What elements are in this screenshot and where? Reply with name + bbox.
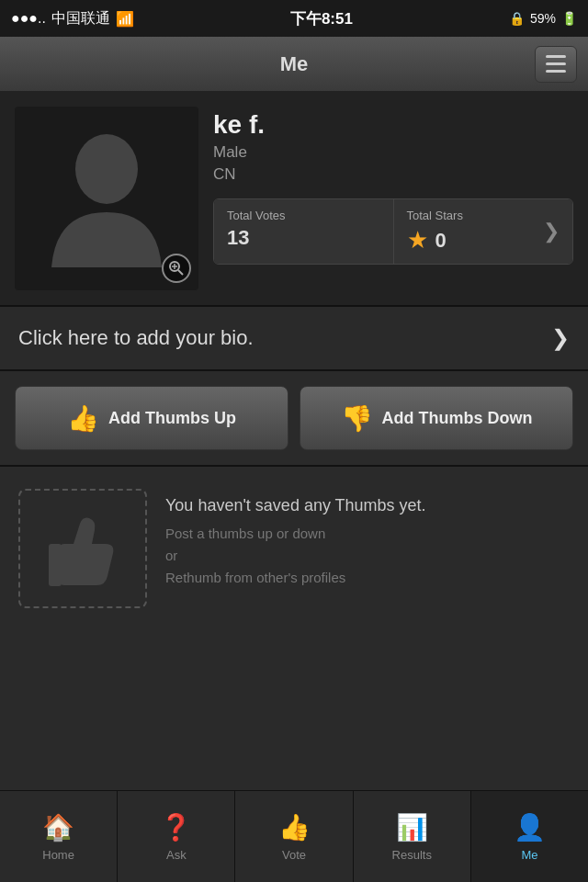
me-icon: 👤 bbox=[514, 812, 546, 842]
stats-container: Total Votes 13 Total Stars ★ 0 ❯ bbox=[213, 198, 573, 265]
tab-results-label: Results bbox=[392, 848, 432, 862]
total-votes-value: 13 bbox=[227, 226, 380, 250]
tab-vote-label: Vote bbox=[282, 848, 306, 862]
avatar-container[interactable] bbox=[15, 107, 198, 290]
status-bar: ●●●.. 中国联通 📶 下午8:51 🔒 59% 🔋 bbox=[0, 0, 588, 37]
thumbs-down-icon: 👎 bbox=[341, 403, 373, 434]
hamburger-icon bbox=[546, 55, 566, 73]
add-thumbs-up-button[interactable]: 👍 Add Thumbs Up bbox=[15, 386, 288, 450]
battery-icon: 🔋 bbox=[561, 11, 577, 26]
bio-section[interactable]: Click here to add your bio. ❯ bbox=[0, 307, 588, 371]
thumbs-up-icon: 👍 bbox=[67, 403, 99, 434]
bio-text: Click here to add your bio. bbox=[18, 326, 542, 350]
tab-results[interactable]: 📊 Results bbox=[354, 791, 471, 882]
avatar bbox=[47, 125, 166, 272]
total-votes-box: Total Votes 13 bbox=[214, 199, 394, 264]
stars-chevron-icon: ❯ bbox=[543, 220, 560, 243]
ask-icon: ❓ bbox=[160, 812, 192, 842]
empty-title: You haven't saved any Thumbs yet. bbox=[165, 496, 426, 515]
empty-thumb-box bbox=[18, 489, 147, 608]
home-icon: 🏠 bbox=[42, 812, 74, 842]
profile-gender: Male bbox=[213, 143, 573, 162]
profile-country: CN bbox=[213, 165, 573, 184]
carrier-name: 中国联通 bbox=[51, 9, 110, 28]
thumbs-section: 👍 Add Thumbs Up 👎 Add Thumbs Down bbox=[0, 371, 588, 467]
tab-ask-label: Ask bbox=[166, 848, 187, 862]
empty-state: You haven't saved any Thumbs yet. Post a… bbox=[0, 467, 588, 630]
total-stars-box[interactable]: Total Stars ★ 0 ❯ bbox=[394, 199, 573, 264]
bio-chevron-icon: ❯ bbox=[551, 325, 570, 351]
vote-icon: 👍 bbox=[278, 812, 311, 842]
tab-me-label: Me bbox=[521, 848, 537, 862]
tab-ask[interactable]: ❓ Ask bbox=[118, 791, 235, 882]
total-stars-inner: Total Stars ★ 0 bbox=[407, 209, 463, 254]
svg-line-2 bbox=[178, 270, 183, 275]
status-left: ●●●.. 中国联通 📶 bbox=[11, 9, 134, 28]
battery-percent: 59% bbox=[530, 11, 556, 26]
empty-line1: Post a thumbs up or down bbox=[165, 526, 325, 541]
profile-info: ke f. Male CN Total Votes 13 Total Stars… bbox=[213, 107, 573, 290]
total-stars-value: 0 bbox=[435, 229, 447, 253]
signal-strength: ●●●.. bbox=[11, 10, 46, 27]
tab-home[interactable]: 🏠 Home bbox=[0, 791, 118, 882]
results-icon: 📊 bbox=[396, 812, 428, 842]
empty-text: You haven't saved any Thumbs yet. Post a… bbox=[165, 489, 426, 589]
add-thumbs-up-label: Add Thumbs Up bbox=[108, 409, 236, 428]
star-icon: ★ bbox=[407, 226, 428, 254]
status-right: 🔒 59% 🔋 bbox=[509, 11, 577, 26]
tab-home-label: Home bbox=[42, 848, 74, 862]
menu-button[interactable] bbox=[535, 46, 577, 83]
empty-thumb-icon bbox=[41, 507, 124, 590]
wifi-icon: 📶 bbox=[116, 10, 134, 28]
tab-bar: 🏠 Home ❓ Ask 👍 Vote 📊 Results 👤 Me bbox=[0, 790, 588, 882]
avatar-silhouette bbox=[47, 125, 166, 272]
empty-line3: Rethumb from other's profiles bbox=[165, 570, 345, 585]
profile-name: ke f. bbox=[213, 110, 573, 140]
status-time: 下午8:51 bbox=[290, 8, 353, 29]
svg-point-0 bbox=[75, 134, 138, 204]
zoom-icon[interactable] bbox=[162, 254, 191, 283]
total-stars-label: Total Stars bbox=[407, 209, 463, 222]
page-title: Me bbox=[280, 52, 309, 76]
add-thumbs-down-button[interactable]: 👎 Add Thumbs Down bbox=[300, 386, 573, 450]
svg-rect-5 bbox=[49, 544, 62, 586]
tab-vote[interactable]: 👍 Vote bbox=[235, 791, 353, 882]
tab-me[interactable]: 👤 Me bbox=[471, 791, 588, 882]
add-thumbs-down-label: Add Thumbs Down bbox=[382, 409, 533, 428]
lock-icon: 🔒 bbox=[509, 11, 525, 26]
total-stars-row: ★ 0 bbox=[407, 226, 463, 254]
header: Me bbox=[0, 37, 588, 92]
total-votes-label: Total Votes bbox=[227, 209, 380, 222]
empty-line2: or bbox=[165, 548, 177, 563]
empty-subtitle: Post a thumbs up or down or Rethumb from… bbox=[165, 523, 426, 589]
profile-section: ke f. Male CN Total Votes 13 Total Stars… bbox=[0, 92, 588, 307]
